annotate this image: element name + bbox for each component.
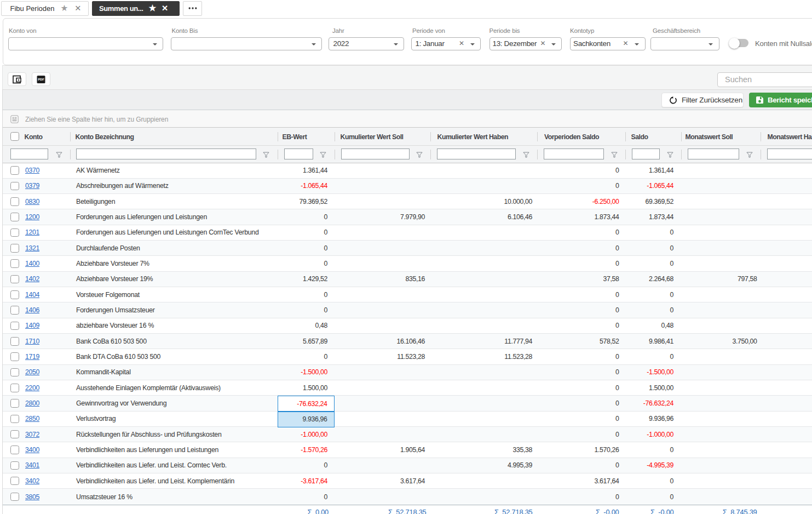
- svg-text:PDF: PDF: [38, 78, 44, 81]
